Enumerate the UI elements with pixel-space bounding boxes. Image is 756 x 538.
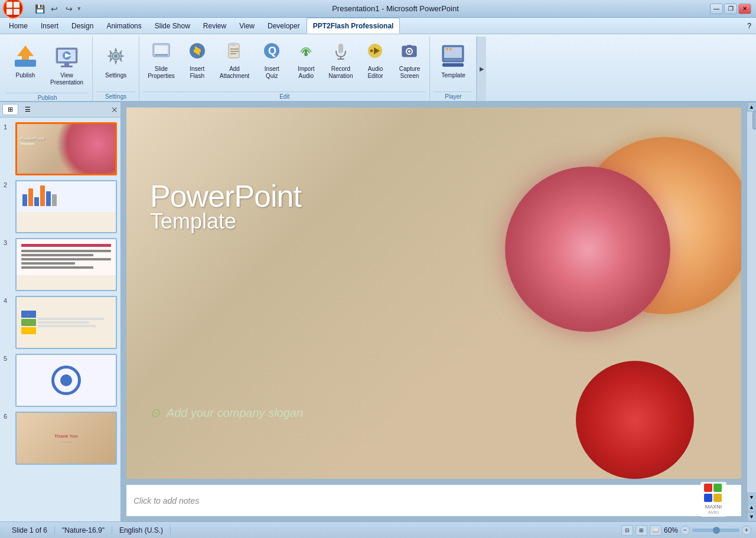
slide-thumb-6: Thank You ──────: [15, 412, 117, 465]
template-label: Template: [441, 72, 465, 79]
minimize-button[interactable]: —: [710, 4, 723, 14]
slide-num-5: 5: [4, 354, 12, 362]
scroll-thumb[interactable]: [752, 112, 757, 129]
zoom-thumb[interactable]: [713, 527, 720, 534]
svg-rect-19: [230, 51, 239, 52]
ribbon-expander[interactable]: ▶: [477, 37, 486, 101]
menu-view[interactable]: View: [233, 18, 261, 34]
svg-marker-1: [17, 45, 34, 60]
cube-red: [704, 484, 712, 492]
reading-view-button[interactable]: 📖: [650, 525, 662, 536]
redo-button[interactable]: ↪: [63, 2, 76, 15]
import-audio-button[interactable]: ImportAudio: [291, 39, 321, 82]
slide-thumb-5: [15, 354, 117, 407]
scroll-down-button[interactable]: ▼: [747, 493, 757, 502]
slide-panel-tabs: ⊞ ☰ ✕: [0, 102, 120, 118]
outline-tab[interactable]: ☰: [19, 104, 36, 115]
settings-group-label: Settings: [96, 92, 135, 101]
slide-background: PowerPoint Template ⊙ Add your company s…: [126, 107, 741, 479]
slides-tab[interactable]: ⊞: [2, 104, 18, 115]
normal-view-button[interactable]: ⊟: [621, 525, 633, 536]
record-narration-label: RecordNarration: [328, 66, 353, 80]
publish-button[interactable]: Publish: [7, 39, 44, 82]
record-narration-button[interactable]: RecordNarration: [325, 39, 356, 82]
svg-point-38: [446, 48, 448, 50]
svg-point-33: [408, 50, 410, 53]
ribbon-group-edit-content: SlideProperties InsertFlash: [143, 37, 426, 90]
svg-rect-25: [338, 44, 343, 53]
audio-editor-icon: [366, 41, 384, 64]
main-slide[interactable]: PowerPoint Template ⊙ Add your company s…: [126, 107, 742, 480]
menu-review[interactable]: Review: [197, 18, 233, 34]
settings-button[interactable]: Settings: [97, 39, 134, 82]
insert-flash-button[interactable]: InsertFlash: [182, 39, 213, 82]
insert-quiz-label: InsertQuiz: [265, 66, 279, 80]
menu-ppt2flash[interactable]: PPT2Flash Professional: [307, 18, 400, 34]
slide-properties-icon: [152, 41, 171, 64]
menu-animations[interactable]: Animations: [100, 18, 148, 34]
slide-sorter-button[interactable]: ⊞: [636, 525, 647, 536]
capture-screen-button[interactable]: CaptureScreen: [394, 39, 425, 82]
menu-slideshow[interactable]: Slide Show: [148, 18, 197, 34]
view-presentation-button[interactable]: ViewPresentation: [46, 39, 87, 89]
slogan-bullet-icon: ⊙: [150, 406, 160, 419]
undo-button[interactable]: ↩: [48, 2, 61, 15]
slide-item-4[interactable]: 4 ▪ ▪ ▪: [4, 296, 117, 349]
svg-point-10: [114, 54, 118, 58]
template-button[interactable]: Template: [435, 39, 471, 82]
slide-item-2[interactable]: 2: [4, 180, 117, 233]
svg-rect-24: [305, 50, 307, 56]
ribbon: Publish ViewPresentation Publish: [0, 34, 756, 102]
zoom-in-button[interactable]: +: [742, 526, 751, 535]
menu-developer[interactable]: Developer: [261, 18, 307, 34]
scroll-up-small[interactable]: ▲: [747, 503, 757, 512]
restore-button[interactable]: ❐: [724, 4, 737, 14]
audio-editor-button[interactable]: AudioEditor: [360, 39, 390, 82]
import-audio-icon: [296, 41, 315, 64]
insert-flash-icon: [188, 41, 207, 64]
slide-thumb-3: [15, 238, 117, 291]
notes-area[interactable]: Click to add notes: [126, 484, 742, 517]
office-button[interactable]: [2, 0, 24, 19]
add-attachment-label: AddAttachment: [220, 66, 250, 80]
svg-rect-7: [61, 66, 73, 67]
publish-group-label: Publish: [6, 93, 89, 102]
save-button[interactable]: 💾: [33, 2, 46, 15]
slide-num-4: 4: [4, 296, 12, 304]
menu-insert[interactable]: Insert: [34, 18, 65, 34]
zoom-out-button[interactable]: −: [680, 526, 690, 535]
slide-item-3[interactable]: 3: [4, 238, 117, 291]
svg-rect-34: [407, 45, 412, 47]
slide-panel: ⊞ ☰ ✕ 1 PowerPoint Template 2: [0, 102, 121, 521]
slide-properties-button[interactable]: SlideProperties: [144, 39, 178, 82]
logo-cubes: [704, 484, 723, 503]
menu-home[interactable]: Home: [2, 18, 34, 34]
publish-label: Publish: [16, 72, 35, 79]
edit-group-label: Edit: [143, 92, 426, 101]
slide-item-6[interactable]: 6 Thank You ──────: [4, 412, 117, 465]
import-audio-label: ImportAudio: [298, 66, 314, 80]
scroll-up-button[interactable]: ▲: [747, 102, 757, 112]
audio-editor-label: AudioEditor: [367, 66, 383, 80]
close-panel-button[interactable]: ✕: [111, 105, 118, 115]
insert-quiz-button[interactable]: Q InsertQuiz: [256, 39, 287, 82]
svg-rect-27: [337, 58, 344, 60]
slide-title-area: PowerPoint Template: [150, 178, 301, 234]
zoom-slider[interactable]: [692, 529, 739, 532]
help-button[interactable]: ?: [742, 18, 756, 34]
window-controls: — ❐ ✕: [710, 4, 751, 14]
close-button[interactable]: ✕: [738, 4, 751, 14]
menu-design[interactable]: Design: [65, 18, 100, 34]
scroll-down-small[interactable]: ▼: [747, 512, 757, 521]
slide-num-1: 1: [4, 122, 12, 131]
ribbon-group-player: Template Player: [430, 37, 477, 101]
ribbon-group-settings: Settings Settings: [93, 37, 139, 101]
slide-num-6: 6: [4, 412, 12, 420]
player-group-label: Player: [434, 92, 472, 101]
status-right: ⊟ ⊞ 📖 60% − +: [621, 525, 751, 536]
slide-item-1[interactable]: 1 PowerPoint Template: [4, 122, 117, 175]
settings-icon: [102, 42, 130, 70]
slide-item-5[interactable]: 5: [4, 354, 117, 407]
right-scrollbar: ▲ ▼ ▲ ▼: [747, 102, 756, 521]
add-attachment-button[interactable]: AddAttachment: [216, 39, 253, 82]
